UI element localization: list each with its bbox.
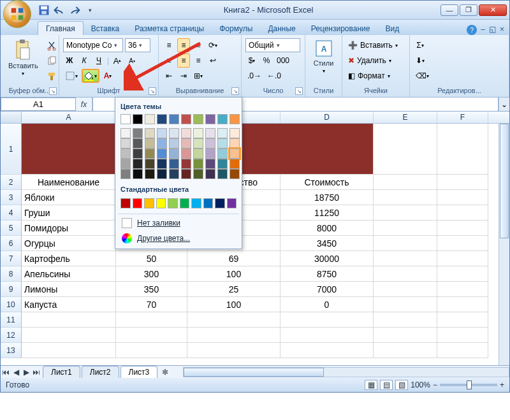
row-header[interactable]: 3	[1, 190, 22, 205]
color-swatch[interactable]	[181, 138, 191, 148]
cell[interactable]: 69	[187, 251, 280, 266]
cell[interactable]: Картофель	[22, 251, 116, 266]
horizontal-scrollbar[interactable]	[183, 367, 509, 377]
sheet-tab[interactable]: Лист2	[82, 366, 119, 378]
align-left-icon[interactable]: ≡	[163, 54, 175, 68]
cell[interactable]: 8000	[280, 221, 374, 236]
color-swatch[interactable]	[120, 169, 131, 179]
color-swatch[interactable]	[157, 138, 167, 148]
cell[interactable]	[437, 221, 488, 236]
zoom-slider[interactable]	[440, 384, 497, 386]
format-painter-icon[interactable]	[45, 69, 59, 83]
orientation-icon[interactable]: ⟳▾	[207, 38, 219, 52]
zoom-out-icon[interactable]: −	[433, 380, 437, 389]
color-swatch[interactable]	[205, 114, 215, 124]
color-swatch[interactable]	[205, 169, 215, 179]
redo-icon[interactable]	[68, 4, 81, 17]
color-swatch[interactable]	[205, 159, 215, 169]
color-swatch[interactable]	[157, 159, 167, 169]
sheet-tab[interactable]: Лист3	[120, 366, 158, 378]
color-swatch[interactable]	[145, 114, 155, 124]
font-launcher-icon[interactable]: ↘	[149, 87, 156, 95]
cell[interactable]	[374, 190, 437, 205]
color-swatch[interactable]	[169, 159, 179, 169]
mdi-restore-icon[interactable]: ◱	[489, 25, 496, 35]
undo-icon[interactable]	[53, 4, 66, 17]
color-swatch[interactable]	[120, 138, 131, 148]
minimize-button[interactable]: —	[441, 4, 458, 16]
color-swatch[interactable]	[169, 128, 179, 138]
color-swatch[interactable]	[145, 128, 155, 138]
row-header[interactable]: 9	[1, 282, 22, 297]
color-swatch[interactable]	[217, 148, 228, 159]
cell[interactable]	[374, 282, 437, 297]
select-all-corner[interactable]	[1, 112, 22, 123]
color-swatch[interactable]	[217, 159, 228, 169]
font-color-button[interactable]: A▾	[101, 69, 114, 83]
zoom-level[interactable]: 100%	[411, 380, 430, 389]
tab-insert[interactable]: Вставка	[84, 22, 127, 35]
vertical-scrollbar[interactable]	[499, 124, 509, 365]
color-swatch[interactable]	[157, 148, 167, 159]
color-swatch[interactable]	[169, 138, 179, 148]
align-bottom-icon[interactable]: ≡	[192, 38, 205, 52]
color-swatch[interactable]	[181, 169, 191, 179]
cell[interactable]: 0	[280, 297, 374, 312]
paste-button[interactable]: Вставить ▾	[4, 38, 42, 85]
tab-layout[interactable]: Разметка страницы	[127, 22, 212, 35]
fill-down-icon[interactable]: ⬇▾	[414, 54, 426, 68]
zoom-in-icon[interactable]: +	[500, 380, 504, 389]
color-swatch[interactable]	[181, 128, 191, 138]
cell[interactable]: Наименование	[22, 175, 116, 190]
borders-button[interactable]: ▾	[63, 69, 80, 83]
color-swatch[interactable]	[133, 128, 143, 138]
color-swatch[interactable]	[215, 198, 225, 208]
row-header[interactable]: 8	[1, 266, 22, 282]
color-swatch[interactable]	[227, 198, 237, 208]
cell[interactable]: Помидоры	[22, 221, 116, 236]
cell[interactable]: 100	[187, 266, 280, 282]
color-swatch[interactable]	[145, 138, 155, 148]
color-swatch[interactable]	[133, 114, 143, 124]
color-swatch[interactable]	[191, 198, 201, 208]
cell[interactable]: 7000	[280, 282, 374, 297]
color-swatch[interactable]	[217, 138, 228, 148]
column-header[interactable]: F	[437, 112, 488, 123]
insert-cells-button[interactable]: ➕Вставить▾	[346, 38, 404, 52]
align-top-icon[interactable]: ≡	[163, 38, 175, 52]
name-box[interactable]: A1	[1, 98, 76, 111]
align-middle-icon[interactable]: ≡	[177, 38, 190, 52]
column-header[interactable]: D	[280, 112, 374, 123]
cell[interactable]	[437, 251, 488, 266]
bold-button[interactable]: Ж	[63, 54, 76, 68]
color-swatch[interactable]	[133, 148, 143, 159]
increase-indent-icon[interactable]: ⇥	[177, 69, 190, 83]
color-swatch[interactable]	[157, 114, 167, 124]
save-icon[interactable]	[38, 4, 50, 17]
color-swatch[interactable]	[229, 169, 240, 179]
office-button[interactable]	[3, 0, 31, 28]
align-center-icon[interactable]: ≡	[177, 54, 190, 68]
color-swatch[interactable]	[133, 169, 143, 179]
row-header[interactable]: 2	[1, 175, 22, 190]
color-swatch[interactable]	[169, 114, 179, 124]
cell-styles-button[interactable]: A Стили▾	[309, 38, 338, 85]
sheet-tab[interactable]: Лист1	[43, 366, 80, 378]
color-swatch[interactable]	[120, 159, 131, 169]
view-layout-icon[interactable]: ▤	[380, 380, 393, 390]
color-swatch[interactable]	[193, 159, 203, 169]
align-right-icon[interactable]: ≡	[192, 54, 205, 68]
cell[interactable]	[374, 205, 437, 221]
sheet-nav-first-icon[interactable]: ⏮	[1, 368, 11, 377]
cell[interactable]: Стоимость	[280, 175, 374, 190]
color-swatch[interactable]	[169, 148, 179, 159]
row-header[interactable]: 5	[1, 221, 22, 236]
format-cells-button[interactable]: ◧Формат▾	[346, 69, 404, 83]
clipboard-launcher-icon[interactable]: ↘	[49, 87, 57, 95]
cell[interactable]	[437, 236, 488, 251]
color-swatch[interactable]	[145, 148, 155, 159]
italic-button[interactable]: К	[78, 54, 91, 68]
alignment-launcher-icon[interactable]: ↘	[231, 87, 239, 95]
color-swatch[interactable]	[156, 198, 166, 208]
cell[interactable]	[374, 236, 437, 251]
